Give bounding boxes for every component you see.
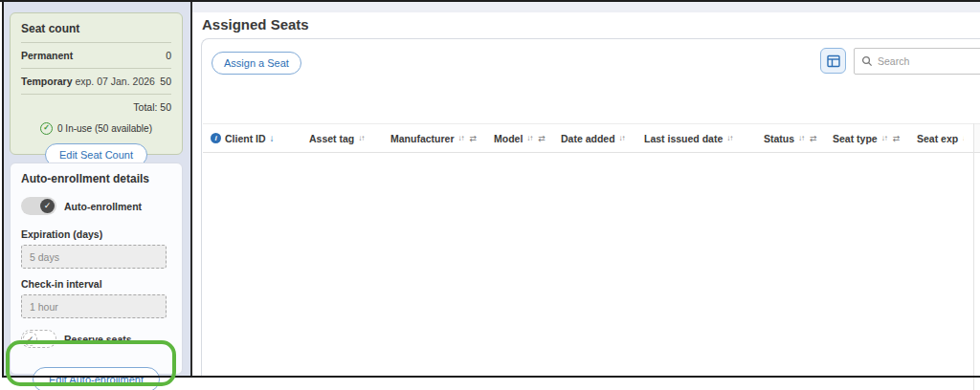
column-label: Client ID: [225, 133, 266, 144]
reserve-seats-label: Reserve seats: [64, 334, 132, 345]
temporary-value: 50: [160, 76, 171, 87]
sort-icon[interactable]: ↓↑: [619, 134, 625, 142]
window-border-bottom: [2, 376, 980, 378]
page-title: Assigned Seats: [202, 16, 309, 32]
sort-down-icon[interactable]: ↓: [270, 133, 275, 143]
column-header-last-issued-date[interactable]: Last issued date ↓↑: [636, 133, 756, 144]
column-label: Model: [494, 133, 523, 144]
auto-enrollment-toggle-row: ✓ Auto-enrollment: [21, 197, 171, 215]
column-header-date-added[interactable]: Date added ↓↑: [553, 133, 636, 144]
seat-count-row-permanent: Permanent 0: [21, 50, 171, 61]
column-label: Last issued date: [644, 133, 723, 144]
expiration-label: Expiration (days): [21, 228, 171, 240]
column-label: Status: [764, 133, 794, 144]
table-edge-cell: [974, 123, 980, 153]
column-header-model[interactable]: Model ↓↑ ⇄: [486, 133, 553, 144]
seat-count-row-temporary: Temporary exp. 07 Jan. 2026 50: [21, 76, 171, 87]
assign-seat-button[interactable]: Assign a Seat: [212, 52, 301, 75]
search-icon: [861, 55, 873, 67]
sort-icon[interactable]: ↓↑: [798, 134, 804, 142]
auto-enrollment-toggle-label: Auto-enrollment: [64, 201, 142, 212]
permanent-value: 0: [166, 50, 171, 61]
search-container: [854, 48, 980, 75]
divider: [21, 94, 171, 95]
seat-count-title: Seat count: [21, 22, 171, 35]
check-circle-icon: ✓: [40, 122, 53, 135]
filter-icon[interactable]: ⇄: [810, 134, 817, 143]
reserve-check-icon: ✓: [23, 332, 37, 346]
divider: [21, 42, 171, 43]
filter-icon[interactable]: ⇄: [470, 134, 478, 143]
edit-auto-enrollment-button[interactable]: Edit Auto-enrollment: [33, 367, 160, 390]
auto-enrollment-title: Auto-enrollment details: [21, 172, 171, 185]
temporary-label: Temporary exp. 07 Jan. 2026: [21, 76, 155, 87]
seat-count-panel: Seat count Permanent 0 Temporary exp. 07…: [10, 12, 183, 155]
column-label: Date added: [561, 133, 615, 144]
checkin-interval-label: Check-in interval: [21, 278, 171, 290]
column-label: Asset tag: [309, 133, 354, 144]
sort-icon[interactable]: ↓↑: [358, 134, 364, 142]
layout-columns-icon: [827, 54, 840, 68]
sort-icon[interactable]: ↓↑: [881, 134, 887, 142]
column-header-seat-type[interactable]: Seat type ↓↑ ⇄: [825, 133, 909, 144]
column-label: Manufacturer: [390, 133, 455, 144]
table-tools: [820, 48, 980, 75]
seat-total: Total: 50: [21, 101, 171, 113]
expiration-field[interactable]: [21, 245, 167, 269]
main-header-strip: [192, 2, 980, 12]
sort-icon[interactable]: ↓↑: [458, 134, 464, 142]
assigned-seats-card: Assign a Seat i Client ID: [201, 38, 980, 378]
column-label: Seat type: [833, 133, 878, 144]
sidebar-main-divider: [190, 2, 192, 376]
permanent-label: Permanent: [21, 50, 73, 61]
filter-icon[interactable]: ⇄: [538, 134, 546, 143]
column-header-client-id[interactable]: i Client ID ↓: [203, 133, 301, 144]
column-label: Seat exp: [917, 133, 958, 144]
filter-icon[interactable]: ⇄: [893, 134, 901, 143]
in-use-status: ✓ 0 In-use (50 available): [21, 122, 171, 135]
column-layout-button[interactable]: [820, 48, 846, 74]
table-header-row: i Client ID ↓ Asset tag ↓↑ Manufacturer …: [203, 123, 974, 153]
reserve-seats-row: ✓ Reserve seats: [21, 330, 171, 348]
auto-enrollment-toggle[interactable]: ✓: [21, 197, 56, 215]
column-header-manufacturer[interactable]: Manufacturer ↓↑ ⇄: [383, 133, 486, 144]
column-header-asset-tag[interactable]: Asset tag ↓↑: [301, 133, 383, 144]
table-edge-divider: [973, 123, 974, 390]
sort-icon[interactable]: ↓↑: [526, 134, 532, 142]
in-use-text: 0 In-use (50 available): [57, 123, 152, 134]
divider: [21, 68, 171, 69]
checkin-interval-field[interactable]: [21, 294, 167, 318]
reserve-seats-toggle[interactable]: ✓: [21, 330, 56, 348]
column-header-seat-exp[interactable]: Seat exp ↓↑: [909, 133, 964, 144]
sidebar: Seat count Permanent 0 Temporary exp. 07…: [4, 2, 190, 376]
main-content: Assigned Seats Assign a Seat i: [192, 2, 980, 376]
search-input[interactable]: [878, 55, 973, 67]
info-icon: i: [211, 133, 221, 143]
auto-enrollment-panel: Auto-enrollment details ✓ Auto-enrollmen…: [10, 162, 183, 375]
sort-icon[interactable]: ↓↑: [726, 134, 732, 142]
toggle-check-icon: ✓: [40, 199, 55, 213]
sort-icon[interactable]: ↓↑: [962, 134, 964, 142]
column-header-status[interactable]: Status ↓↑ ⇄: [756, 133, 825, 144]
